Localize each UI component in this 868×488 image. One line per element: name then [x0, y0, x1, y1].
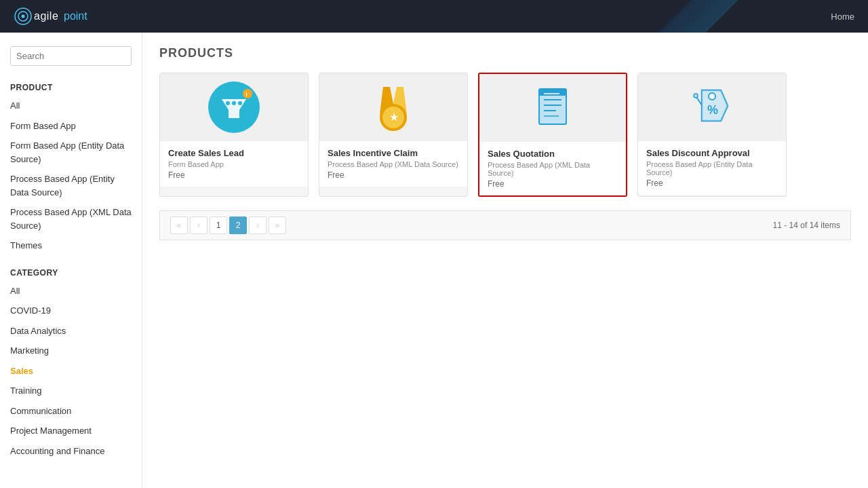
filter-cat-analytics[interactable]: Data Analytics: [0, 321, 142, 341]
logo: agile point: [14, 7, 102, 26]
sales-quotation-icon: [529, 81, 576, 135]
product-card-subtitle-4: Process Based App (Entity Data Source): [646, 160, 778, 176]
svg-text:agile: agile: [34, 10, 58, 22]
product-card-price: Free: [168, 170, 300, 180]
product-card-sales-discount[interactable]: % Sales Discount Approval Process Based …: [637, 73, 787, 197]
home-nav[interactable]: Home: [831, 12, 854, 22]
search-container: [0, 46, 142, 76]
product-card-image-3: [479, 74, 626, 142]
pagination-info: 11 - 14 of 14 items: [773, 221, 840, 230]
product-card-image-2: ★: [319, 73, 467, 141]
filter-form-based-app-entity[interactable]: Form Based App (Entity Data Source): [0, 136, 142, 169]
sales-discount-icon: %: [688, 80, 736, 134]
search-input[interactable]: [11, 47, 132, 65]
sales-incentive-icon: ★: [370, 80, 417, 134]
page-title: PRODUCTS: [159, 46, 851, 60]
product-card-price-3: Free: [488, 179, 618, 189]
svg-point-12: [232, 101, 236, 105]
filter-form-based-app[interactable]: Form Based App: [0, 116, 142, 136]
filter-cat-training[interactable]: Training: [0, 381, 142, 401]
product-card-price-4: Free: [646, 179, 778, 188]
pagination-prev[interactable]: ‹: [190, 217, 208, 234]
filter-cat-communication[interactable]: Communication: [0, 401, 142, 421]
svg-text:%: %: [707, 103, 718, 117]
filter-cat-sales[interactable]: Sales: [0, 361, 142, 381]
category-section-title: CATEGORY: [0, 261, 142, 281]
product-card-info-4: Sales Discount Approval Process Based Ap…: [638, 141, 786, 195]
svg-text:point: point: [64, 10, 87, 22]
product-card-price-2: Free: [328, 170, 459, 180]
header: agile point Home: [0, 0, 868, 33]
product-card-create-sales-lead[interactable]: ! Create Sales Lead Form Based App Free: [159, 73, 309, 197]
filter-process-based-app-xml[interactable]: Process Based App (XML Data Source): [0, 202, 142, 236]
create-sales-lead-icon: !: [207, 80, 261, 134]
svg-point-27: [709, 93, 715, 100]
pagination-first[interactable]: «: [170, 217, 188, 234]
pagination-page-2[interactable]: 2: [229, 217, 247, 234]
main-content: PRODUCTS !: [142, 33, 868, 488]
svg-point-30: [694, 94, 698, 98]
svg-point-2: [22, 15, 25, 18]
svg-text:★: ★: [389, 111, 399, 123]
filter-cat-covid[interactable]: COVID-19: [0, 301, 142, 321]
product-card-title-3: Sales Quotation: [488, 149, 618, 159]
svg-rect-25: [539, 89, 566, 96]
filter-cat-all[interactable]: All: [0, 281, 142, 301]
filter-cat-project[interactable]: Project Management: [0, 421, 142, 441]
product-section-title: PRODUCT: [0, 76, 142, 96]
product-card-title-4: Sales Discount Approval: [646, 148, 778, 158]
sidebar: PRODUCT All Form Based App Form Based Ap…: [0, 33, 142, 488]
product-card-title-2: Sales Incentive Claim: [328, 148, 459, 158]
svg-text:!: !: [245, 91, 248, 98]
svg-point-8: [243, 89, 252, 98]
product-card-info-2: Sales Incentive Claim Process Based App …: [319, 141, 467, 187]
pagination-last[interactable]: »: [269, 217, 286, 234]
svg-point-13: [238, 101, 242, 105]
product-card-info-3: Sales Quotation Process Based App (XML D…: [479, 142, 626, 195]
product-grid: ! Create Sales Lead Form Based App Free: [159, 73, 851, 197]
product-card-sales-incentive[interactable]: ★ Sales Incentive Claim Process Based Ap…: [319, 73, 468, 197]
product-card-sales-quotation[interactable]: Sales Quotation Process Based App (XML D…: [478, 73, 627, 197]
product-card-subtitle-3: Process Based App (XML Data Source): [488, 161, 618, 177]
filter-cat-marketing[interactable]: Marketing: [0, 341, 142, 361]
pagination: « ‹ 1 2 › » 11 - 14 of 14 items: [159, 210, 851, 240]
product-card-image: !: [160, 73, 308, 141]
filter-themes[interactable]: Themes: [0, 236, 142, 256]
pagination-next[interactable]: ›: [249, 217, 267, 234]
product-card-subtitle-2: Process Based App (XML Data Source): [328, 160, 459, 168]
filter-process-based-app-entity[interactable]: Process Based App (Entity Data Source): [0, 169, 142, 202]
pagination-page-1[interactable]: 1: [210, 217, 227, 234]
filter-cat-accounting[interactable]: Accounting and Finance: [0, 441, 142, 462]
product-card-subtitle: Form Based App: [168, 160, 300, 168]
product-card-title: Create Sales Lead: [168, 148, 300, 158]
svg-point-11: [226, 101, 230, 105]
pagination-controls: « ‹ 1 2 › »: [170, 217, 286, 234]
filter-product-all[interactable]: All: [0, 96, 142, 116]
product-card-info: Create Sales Lead Form Based App Free: [160, 141, 308, 187]
product-card-image-4: %: [638, 73, 786, 141]
